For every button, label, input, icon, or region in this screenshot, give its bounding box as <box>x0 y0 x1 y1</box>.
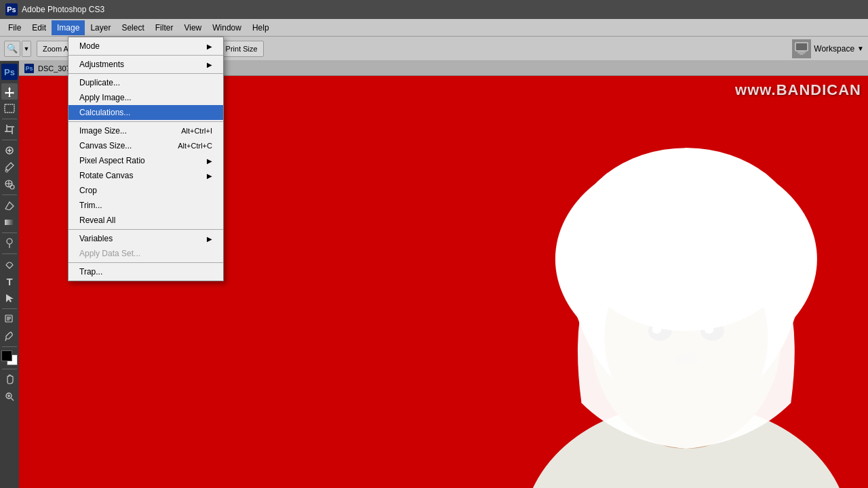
menu-view[interactable]: View <box>178 20 207 35</box>
menu-select[interactable]: Select <box>116 20 149 35</box>
menu-file[interactable]: File <box>3 20 26 35</box>
menu-calculations-item[interactable]: Calculations... <box>68 105 223 120</box>
svg-rect-17 <box>5 220 14 225</box>
svg-point-18 <box>7 239 12 244</box>
image-size-label: Image Size... <box>79 126 127 136</box>
adjustments-arrow: ▶ <box>207 61 212 68</box>
workspace-control[interactable]: Workspace ▼ <box>792 39 864 58</box>
svg-point-16 <box>10 185 14 189</box>
workspace-icon[interactable] <box>792 39 811 58</box>
image-size-shortcut: Alt+Ctrl+I <box>181 127 212 135</box>
title-bar: Ps Adobe Photoshop CS3 <box>0 0 868 19</box>
menu-image-size-item[interactable]: Image Size... Alt+Ctrl+I <box>68 123 223 138</box>
menu-layer[interactable]: Layer <box>85 20 116 35</box>
menu-pixel-aspect-item[interactable]: Pixel Aspect Ratio ▶ <box>68 153 223 168</box>
menu-bar: File Edit Image Layer Select Filter View… <box>0 19 868 37</box>
separator-2 <box>68 73 223 74</box>
canvas-size-shortcut: Alt+Ctrl+C <box>178 142 212 150</box>
apply-image-label: Apply Image... <box>79 93 132 102</box>
svg-line-26 <box>12 399 14 401</box>
menu-filter[interactable]: Filter <box>150 20 179 35</box>
separator-1 <box>68 55 223 56</box>
canvas-size-label: Canvas Size... <box>79 141 132 150</box>
menu-trap-item[interactable]: Trap... <box>68 264 223 279</box>
path-select-tool[interactable] <box>1 290 18 306</box>
mode-arrow: ▶ <box>207 43 212 50</box>
menu-apply-image-item[interactable]: Apply Image... <box>68 90 223 105</box>
heal-tool[interactable] <box>1 142 18 159</box>
ps-logo: Ps <box>5 3 18 16</box>
hand-tool[interactable] <box>1 371 18 388</box>
doc-ps-icon: Ps <box>24 64 34 73</box>
svg-rect-1 <box>797 52 806 54</box>
ps-tool-logo: Ps <box>1 64 18 80</box>
svg-line-24 <box>5 339 6 341</box>
watermark: www.BANDICAN <box>735 81 861 99</box>
app-title: Adobe Photoshop CS3 <box>22 5 104 14</box>
menu-reveal-all-item[interactable]: Reveal All <box>68 213 223 228</box>
menu-image[interactable]: Image <box>52 20 85 35</box>
menu-apply-data-item: Apply Data Set... <box>68 246 223 261</box>
person-image <box>387 76 868 488</box>
color-boxes[interactable] <box>1 350 18 365</box>
menu-help[interactable]: Help <box>247 20 275 35</box>
workspace-label: Workspace <box>814 44 854 54</box>
calculations-label: Calculations... <box>79 108 130 117</box>
dodge-tool[interactable] <box>1 235 18 251</box>
brush-tool[interactable] <box>1 159 18 176</box>
notes-tool[interactable] <box>1 311 18 327</box>
pen-tool[interactable] <box>1 256 18 272</box>
print-size-btn[interactable]: Print Size <box>220 41 264 57</box>
move-tool[interactable] <box>1 83 18 100</box>
menu-variables-item[interactable]: Variables ▶ <box>68 231 223 246</box>
crop-label: Crop <box>79 186 97 195</box>
tools-panel: Ps <box>0 61 19 488</box>
duplicate-label: Duplicate... <box>79 78 120 87</box>
variables-arrow: ▶ <box>207 235 212 243</box>
adjustments-label: Adjustments <box>79 60 124 69</box>
eyedropper-tool[interactable] <box>1 328 18 344</box>
zoom-dropdown-arrow[interactable]: ▼ <box>22 41 31 57</box>
apply-data-label: Apply Data Set... <box>79 249 140 258</box>
crop-tool[interactable] <box>1 121 18 138</box>
trap-label: Trap... <box>79 267 102 277</box>
zoom-tool[interactable] <box>1 388 18 405</box>
svg-rect-2 <box>800 54 804 55</box>
zoom-tool-icon[interactable]: 🔍 <box>4 41 20 57</box>
menu-window[interactable]: Window <box>207 20 247 35</box>
menu-edit[interactable]: Edit <box>26 20 52 35</box>
rotate-canvas-label: Rotate Canvas <box>79 171 133 180</box>
reveal-all-label: Reveal All <box>79 216 115 225</box>
menu-crop-item[interactable]: Crop <box>68 183 223 198</box>
menu-canvas-size-item[interactable]: Canvas Size... Alt+Ctrl+C <box>68 138 223 153</box>
svg-rect-4 <box>5 104 14 113</box>
image-dropdown-menu: Mode ▶ Adjustments ▶ Duplicate... Apply … <box>68 37 224 281</box>
gradient-tool[interactable] <box>1 214 18 230</box>
menu-rotate-canvas-item[interactable]: Rotate Canvas ▶ <box>68 168 223 183</box>
rotate-canvas-arrow: ▶ <box>207 172 212 180</box>
menu-mode-item[interactable]: Mode ▶ <box>68 39 223 54</box>
separator-3 <box>68 121 223 122</box>
main-area: Ps <box>0 61 868 488</box>
trim-label: Trim... <box>79 201 102 210</box>
workspace-arrow[interactable]: ▼ <box>857 45 864 52</box>
menu-duplicate-item[interactable]: Duplicate... <box>68 75 223 90</box>
separator-5 <box>68 262 223 263</box>
pixel-aspect-label: Pixel Aspect Ratio <box>79 156 145 165</box>
dropdown-container: Mode ▶ Adjustments ▶ Duplicate... Apply … <box>68 37 224 281</box>
type-tool[interactable]: T <box>1 273 18 289</box>
menu-trim-item[interactable]: Trim... <box>68 198 223 213</box>
svg-marker-3 <box>5 87 14 97</box>
separator-4 <box>68 229 223 230</box>
mode-label: Mode <box>79 41 100 51</box>
clone-tool[interactable] <box>1 176 18 192</box>
eraser-tool[interactable] <box>1 197 18 214</box>
svg-rect-0 <box>795 43 808 51</box>
content-area: Ps DSC_3079.JPG @ 27.2% (Layer 0, RGB/8) <box>19 61 868 488</box>
marquee-tool[interactable] <box>1 100 18 117</box>
pixel-aspect-arrow: ▶ <box>207 157 212 165</box>
variables-label: Variables <box>79 234 113 243</box>
menu-adjustments-item[interactable]: Adjustments ▶ <box>68 57 223 72</box>
